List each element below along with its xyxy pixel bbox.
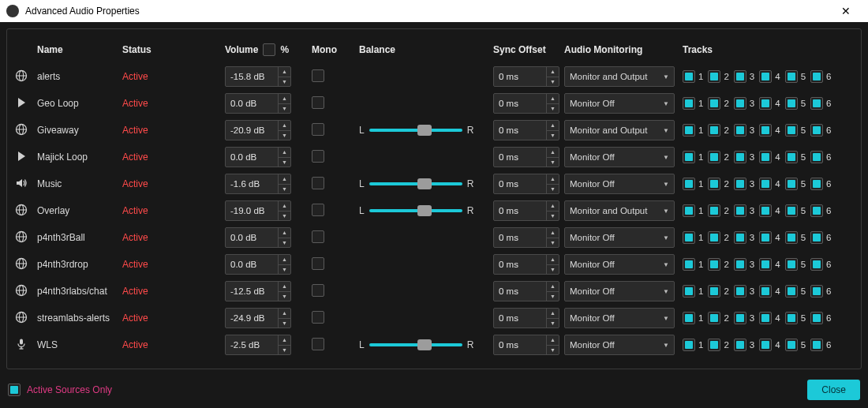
chevron-down-icon[interactable]: ▼ [279,238,290,248]
track-4-checkbox[interactable] [759,151,772,163]
chevron-down-icon[interactable]: ▼ [279,77,290,87]
chevron-up-icon[interactable]: ▲ [547,67,559,77]
track-3-checkbox[interactable] [734,97,746,110]
sync-offset-input[interactable]: 0 ms ▲▼ [493,227,559,248]
mono-checkbox[interactable] [312,338,324,350]
track-3-checkbox[interactable] [734,178,746,190]
track-4-checkbox[interactable] [759,70,772,83]
track-5-checkbox[interactable] [785,231,798,244]
track-3-checkbox[interactable] [734,70,746,83]
track-4-checkbox[interactable] [759,312,772,324]
track-5-checkbox[interactable] [785,258,798,271]
chevron-up-icon[interactable]: ▲ [279,201,290,211]
track-1-checkbox[interactable] [683,285,695,298]
chevron-down-icon[interactable]: ▼ [279,185,290,194]
chevron-up-icon[interactable]: ▲ [547,335,559,346]
chevron-up-icon[interactable]: ▲ [279,282,290,292]
chevron-down-icon[interactable]: ▼ [547,77,559,87]
track-1-checkbox[interactable] [683,258,695,271]
chevron-up-icon[interactable]: ▲ [279,174,290,185]
track-6-checkbox[interactable] [810,97,823,110]
track-6-checkbox[interactable] [810,178,823,190]
mono-checkbox[interactable] [312,257,324,270]
chevron-up-icon[interactable]: ▲ [547,228,559,238]
track-6-checkbox[interactable] [810,70,823,83]
chevron-down-icon[interactable]: ▼ [279,104,290,114]
chevron-up-icon[interactable]: ▲ [279,148,290,158]
chevron-down-icon[interactable]: ▼ [547,346,559,355]
track-3-checkbox[interactable] [734,258,746,271]
close-button[interactable]: Close [807,380,860,400]
volume-percent-checkbox[interactable] [263,43,275,56]
track-6-checkbox[interactable] [810,258,823,271]
monitoring-select[interactable]: Monitor and Output▼ [564,200,675,221]
chevron-down-icon[interactable]: ▼ [547,104,559,114]
close-icon[interactable]: ✕ [830,5,862,17]
chevron-down-icon[interactable]: ▼ [279,211,290,221]
balance-slider[interactable]: L R [359,178,493,189]
sync-offset-input[interactable]: 0 ms ▲▼ [493,254,559,275]
balance-slider[interactable]: L R [359,125,493,136]
track-5-checkbox[interactable] [785,178,798,190]
chevron-up-icon[interactable]: ▲ [279,67,290,77]
track-3-checkbox[interactable] [734,204,746,217]
sync-offset-input[interactable]: 0 ms ▲▼ [493,308,559,328]
volume-input[interactable]: -19.0 dB ▲▼ [225,200,291,221]
sync-offset-input[interactable]: 0 ms ▲▼ [493,66,559,87]
chevron-up-icon[interactable]: ▲ [547,309,559,319]
chevron-up-icon[interactable]: ▲ [547,94,559,104]
sync-offset-input[interactable]: 0 ms ▲▼ [493,147,559,167]
track-6-checkbox[interactable] [810,151,823,163]
balance-slider[interactable]: L R [359,339,493,350]
chevron-up-icon[interactable]: ▲ [279,335,290,346]
mono-checkbox[interactable] [312,204,324,216]
track-2-checkbox[interactable] [708,70,720,83]
mono-checkbox[interactable] [312,150,324,163]
active-sources-checkbox[interactable] [8,384,21,396]
track-3-checkbox[interactable] [734,231,746,244]
monitoring-select[interactable]: Monitor Off▼ [564,335,675,355]
chevron-down-icon[interactable]: ▼ [279,292,290,301]
volume-input[interactable]: 0.0 dB ▲▼ [225,93,291,114]
mono-checkbox[interactable] [312,311,324,324]
track-2-checkbox[interactable] [708,151,720,163]
track-1-checkbox[interactable] [683,178,695,190]
track-1-checkbox[interactable] [683,70,695,83]
track-5-checkbox[interactable] [785,204,798,217]
mono-checkbox[interactable] [312,69,324,82]
track-2-checkbox[interactable] [708,97,720,110]
track-5-checkbox[interactable] [785,151,798,163]
track-1-checkbox[interactable] [683,97,695,110]
track-2-checkbox[interactable] [708,124,720,137]
chevron-down-icon[interactable]: ▼ [547,265,559,275]
chevron-up-icon[interactable]: ▲ [547,148,559,158]
mono-checkbox[interactable] [312,284,324,297]
volume-input[interactable]: -15.8 dB ▲▼ [225,66,291,87]
chevron-down-icon[interactable]: ▼ [279,265,290,275]
sync-offset-input[interactable]: 0 ms ▲▼ [493,200,559,221]
track-2-checkbox[interactable] [708,178,720,190]
monitoring-select[interactable]: Monitor Off▼ [564,147,675,167]
chevron-up-icon[interactable]: ▲ [547,121,559,131]
track-4-checkbox[interactable] [759,258,772,271]
chevron-up-icon[interactable]: ▲ [547,174,559,185]
chevron-up-icon[interactable]: ▲ [279,309,290,319]
monitoring-select[interactable]: Monitor Off▼ [564,227,675,248]
track-1-checkbox[interactable] [683,124,695,137]
monitoring-select[interactable]: Monitor Off▼ [564,174,675,194]
chevron-down-icon[interactable]: ▼ [279,158,290,167]
track-1-checkbox[interactable] [683,231,695,244]
chevron-down-icon[interactable]: ▼ [547,238,559,248]
volume-input[interactable]: 0.0 dB ▲▼ [225,254,291,275]
track-5-checkbox[interactable] [785,97,798,110]
track-1-checkbox[interactable] [683,339,695,351]
track-4-checkbox[interactable] [759,285,772,298]
monitoring-select[interactable]: Monitor Off▼ [564,93,675,114]
track-3-checkbox[interactable] [734,151,746,163]
mono-checkbox[interactable] [312,96,324,109]
volume-input[interactable]: -24.9 dB ▲▼ [225,308,291,328]
chevron-up-icon[interactable]: ▲ [279,228,290,238]
track-4-checkbox[interactable] [759,97,772,110]
chevron-up-icon[interactable]: ▲ [279,94,290,104]
sync-offset-input[interactable]: 0 ms ▲▼ [493,93,559,114]
